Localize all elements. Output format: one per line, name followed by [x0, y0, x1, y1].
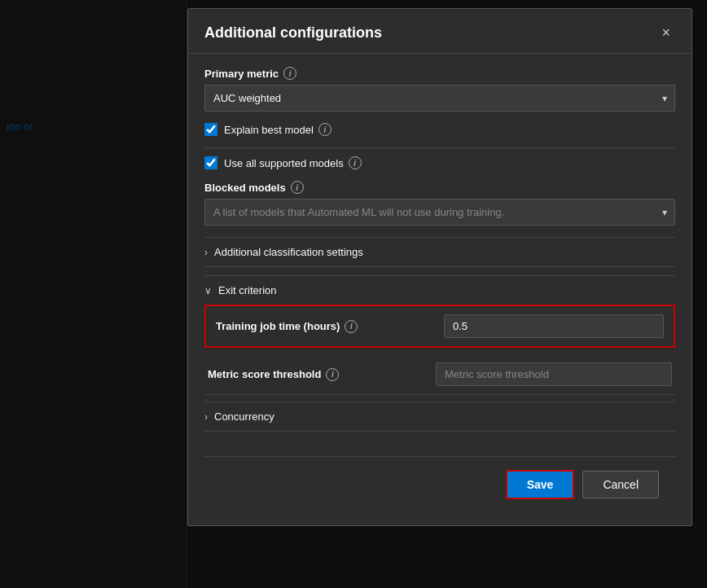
explain-best-model-label[interactable]: Explain best model i [224, 123, 332, 136]
explain-best-model-info-icon[interactable]: i [318, 123, 332, 136]
use-all-models-label[interactable]: Use all supported models i [224, 156, 362, 169]
additional-configurations-dialog: Additional configurations × Primary metr… [187, 8, 692, 526]
blocked-models-group: Blocked models i A list of models that A… [204, 181, 675, 226]
training-job-time-row: Training job time (hours) i [204, 305, 675, 348]
blocked-models-info-icon[interactable]: i [291, 181, 304, 194]
primary-metric-select[interactable]: AUC weighted Accuracy Precision Recall F… [204, 85, 675, 112]
primary-metric-group: Primary metric i AUC weighted Accuracy P… [204, 67, 675, 112]
metric-score-threshold-label: Metric score threshold i [208, 368, 436, 381]
blocked-models-select-wrapper: A list of models that Automated ML will … [204, 199, 675, 226]
concurrency-chevron-icon: › [204, 411, 208, 423]
use-all-models-info-icon[interactable]: i [349, 156, 362, 169]
metric-score-threshold-input[interactable] [436, 362, 672, 386]
exit-criterion-chevron-icon: ∨ [204, 285, 212, 296]
concurrency-section[interactable]: › Concurrency [204, 402, 675, 432]
metric-score-threshold-info-icon[interactable]: i [326, 368, 339, 381]
training-job-time-input[interactable] [444, 314, 664, 338]
training-job-time-info-icon[interactable]: i [345, 320, 358, 333]
blocked-models-label: Blocked models i [204, 181, 675, 194]
dialog-header: Additional configurations × [188, 9, 692, 54]
explain-best-model-checkbox[interactable] [204, 123, 217, 136]
close-button[interactable]: × [656, 24, 675, 42]
dialog-title: Additional configurations [204, 24, 382, 42]
primary-metric-info-icon[interactable]: i [283, 67, 296, 80]
divider-1 [204, 147, 675, 148]
explain-best-model-row: Explain best model i [204, 123, 675, 136]
use-all-models-row: Use all supported models i [204, 156, 675, 169]
exit-criterion-header[interactable]: ∨ Exit criterion [204, 275, 675, 305]
primary-metric-label: Primary metric i [204, 67, 675, 80]
blocked-models-select[interactable]: A list of models that Automated ML will … [204, 199, 675, 226]
cancel-button[interactable]: Cancel [582, 471, 659, 498]
dialog-body: Primary metric i AUC weighted Accuracy P… [188, 54, 692, 525]
additional-classification-header[interactable]: › Additional classification settings [204, 237, 675, 267]
additional-classification-section: › Additional classification settings [204, 237, 675, 267]
save-button[interactable]: Save [506, 470, 575, 499]
primary-metric-select-wrapper: AUC weighted Accuracy Precision Recall F… [204, 85, 675, 112]
dialog-footer: Save Cancel [204, 456, 675, 512]
training-job-time-label: Training job time (hours) i [216, 320, 444, 333]
metric-score-threshold-row: Metric score threshold i [204, 354, 675, 395]
exit-criterion-section: ∨ Exit criterion Training job time (hour… [204, 275, 675, 395]
use-all-models-checkbox[interactable] [204, 156, 217, 169]
additional-classification-chevron-icon: › [204, 247, 208, 258]
